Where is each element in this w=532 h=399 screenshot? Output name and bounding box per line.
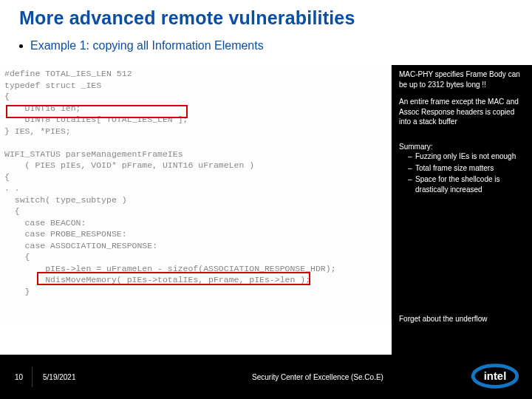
intel-logo-icon: intel	[471, 364, 519, 390]
bullet-dot	[19, 44, 23, 48]
forget-note: Forget about the underflow	[399, 314, 526, 324]
bullet-row: Example 1: copying all Information Eleme…	[0, 29, 532, 52]
summary-heading: Summary:	[399, 142, 526, 152]
slide-title: More advanced remote vulnerabilities	[0, 0, 532, 29]
side-callouts: MAC-PHY specifies Frame Body can be up t…	[392, 65, 532, 355]
svg-text:intel: intel	[484, 370, 507, 382]
summary-item: Space for the shellcode is drastically i…	[408, 174, 526, 194]
summary-item: Fuzzing only IEs is not enough	[408, 151, 526, 162]
footer-org: Security Center of Excellence (Se.Co.E)	[0, 373, 532, 381]
slide-number: 10	[0, 366, 33, 387]
callout-1: MAC-PHY specifies Frame Body can be up t…	[399, 69, 526, 89]
code-block: #define TOTAL_IES_LEN 512 typedef struct…	[4, 68, 386, 297]
content-area: #define TOTAL_IES_LEN 512 typedef struct…	[0, 65, 532, 355]
footer-date: 5/19/2021	[33, 373, 76, 381]
slide-body: More advanced remote vulnerabilities Exa…	[0, 0, 532, 355]
code-pane: #define TOTAL_IES_LEN 512 typedef struct…	[0, 65, 392, 324]
footer: 10 5/19/2021 Security Center of Excellen…	[0, 355, 532, 399]
summary-list: Fuzzing only IEs is not enough Total fra…	[399, 151, 526, 196]
example-label: Example 1: copying all Information Eleme…	[30, 39, 264, 52]
summary-item: Total frame size matters	[408, 163, 526, 174]
callout-2: An entire frame except the MAC and Assoc…	[399, 97, 526, 127]
highlight-box-1	[6, 105, 188, 118]
highlight-box-2	[37, 272, 310, 285]
